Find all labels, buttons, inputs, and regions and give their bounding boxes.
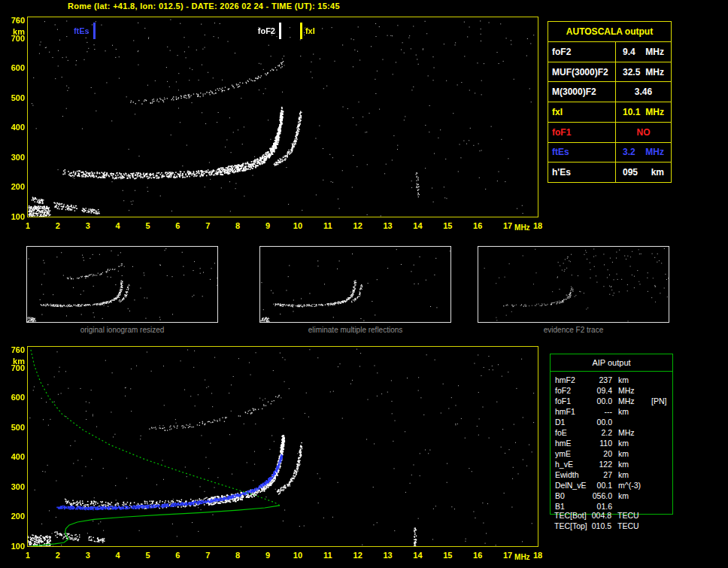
top-plot-x-tick-6: 6 xyxy=(168,220,187,231)
aip-extra xyxy=(648,491,672,501)
aip-value: 27 xyxy=(590,469,612,480)
aip-value: 056.0 xyxy=(590,491,612,501)
panel-eliminate-reflections xyxy=(259,246,451,323)
autoscala-value-number: 3.2 xyxy=(623,147,635,157)
top-plot-y-tick-300: 300 xyxy=(1,152,25,163)
autoscala-row-value: 32.5MHz xyxy=(616,62,671,82)
aip-extra xyxy=(648,480,672,491)
aip-label: Ewidth xyxy=(551,469,590,480)
autoscala-value-unit: MHz xyxy=(645,147,664,157)
aip-output-table: AIP output hmF2237kmfoF209.4MHzfoF100.0M… xyxy=(550,354,673,515)
bottom-plot-x-tick-14: 14 xyxy=(408,550,426,560)
aip-extra xyxy=(648,469,672,480)
aip-value: 00.0 xyxy=(590,417,612,427)
aip-value: 004.8 xyxy=(589,510,611,521)
top-plot-x-tick-11: 11 xyxy=(319,220,337,231)
aip-extra xyxy=(648,448,672,459)
autoscala-row-fxI: fxI10.1MHz xyxy=(548,102,671,122)
aip-row-foF2: foF209.4MHz xyxy=(551,385,672,396)
top-plot-y-tick-500: 500 xyxy=(1,93,25,103)
fxI-marker xyxy=(300,23,302,39)
autoscala-value-unit: MHz xyxy=(645,107,664,117)
aip-label: hmF2 xyxy=(551,375,590,385)
bottom-plot-y-tick-200: 200 xyxy=(1,511,25,521)
top-plot-x-tick-4: 4 xyxy=(109,220,127,231)
autoscala-value-number: 32.5 xyxy=(623,67,640,77)
autoscala-row-MUF(3000)F2: MUF(3000)F232.5MHz xyxy=(548,62,671,82)
bottom-plot-x-tick-1: 1 xyxy=(19,550,37,560)
aip-label: hmF1 xyxy=(551,406,590,417)
top-plot-y-tick-400: 400 xyxy=(1,122,25,132)
top-plot-x-tick-2: 2 xyxy=(49,220,67,231)
aip-unit: km xyxy=(612,438,648,448)
autoscala-value-number: NO xyxy=(637,127,651,138)
aip-row-D1: D100.0 xyxy=(551,417,672,427)
autoscala-row-M(3000)F2: M(3000)F23.46 xyxy=(548,81,671,102)
aip-extra xyxy=(648,510,672,521)
autoscala-row-label: ftEs xyxy=(548,143,616,163)
autoscala-output-table: AUTOSCALA output foF29.4MHzMUF(3000)F232… xyxy=(548,21,672,183)
foF2-marker-label: foF2 xyxy=(244,24,275,38)
top-plot-x-tick-3: 3 xyxy=(79,220,97,231)
autoscala-row-value: 095km xyxy=(616,163,671,182)
bottom-plot-x-tick-10: 10 xyxy=(289,550,307,560)
aip-label: h_vE xyxy=(551,459,590,469)
autoscala-row-label: foF1 xyxy=(548,123,616,142)
aip-value: 09.4 xyxy=(590,385,612,396)
bottom-plot-x-tick-11: 11 xyxy=(319,550,337,560)
aip-extra: [PN] xyxy=(648,396,672,406)
autoscala-row-value: 3.2MHz xyxy=(616,143,671,163)
autoscala-screen: Rome (lat: +41.8, lon: 012.5) - DATE: 20… xyxy=(0,0,728,568)
aip-value: 2.2 xyxy=(590,427,612,438)
ftEs-marker xyxy=(93,23,96,39)
bottom-plot-x-tick-5: 5 xyxy=(139,550,157,560)
bottom-plot-y-tick-500: 500 xyxy=(1,422,25,433)
aip-row-DelN_vE: DelN_vE00.1m^(-3) xyxy=(551,480,672,491)
aip-row-hmE: hmE110km xyxy=(551,438,672,448)
bottom-plot-x-tick-4: 4 xyxy=(109,550,127,560)
bottom-plot-y-tick-300: 300 xyxy=(1,481,25,492)
bottom-plot-x-tick-15: 15 xyxy=(438,550,457,560)
top-plot-x-tick-10: 10 xyxy=(289,220,307,231)
aip-extra xyxy=(648,406,672,417)
aip-value: 010.5 xyxy=(589,521,611,531)
aip-unit: km xyxy=(612,459,648,469)
aip-value: 122 xyxy=(590,459,612,469)
aip-unit: TECU xyxy=(611,521,648,531)
panel-evidence-f2 xyxy=(478,246,669,323)
autoscala-value-unit: MHz xyxy=(645,67,664,77)
autoscala-value-number: 095 xyxy=(623,167,638,178)
top-plot-x-tick-12: 12 xyxy=(349,220,367,231)
top-plot-x-tick-8: 8 xyxy=(229,220,247,231)
aip-row-TEC[Bot]: TEC[Bot]004.8TECU xyxy=(550,510,672,521)
aip-row-TEC[Top]: TEC[Top]010.5TECU xyxy=(550,521,672,531)
autoscala-row-ftEs: ftEs3.2MHz xyxy=(548,142,671,163)
aip-unit: km xyxy=(612,469,648,480)
top-plot-x-tick-9: 9 xyxy=(259,220,277,231)
autoscala-value-unit: MHz xyxy=(645,47,664,57)
top-plot-x-tick-5: 5 xyxy=(139,220,157,231)
panel-original-ionogram xyxy=(26,246,218,323)
aip-value: 00.1 xyxy=(590,480,612,491)
top-plot-x-tick-15: 15 xyxy=(438,220,457,231)
top-plot-y-tick-600: 600 xyxy=(1,62,25,73)
autoscala-value-unit: km xyxy=(651,167,664,178)
aip-extra xyxy=(648,438,672,448)
autoscala-row-label: fxI xyxy=(548,102,616,122)
autoscala-value-number: 3.46 xyxy=(635,87,652,97)
autoscala-table-rows: foF29.4MHzMUF(3000)F232.5MHzM(3000)F23.4… xyxy=(548,41,671,182)
autoscala-row-label: MUF(3000)F2 xyxy=(548,62,616,82)
aip-table-title: AIP output xyxy=(551,354,672,372)
autoscala-row-value: 9.4MHz xyxy=(616,42,671,62)
aip-label: ymE xyxy=(551,448,590,459)
bottom-plot-x-tick-7: 7 xyxy=(199,550,217,560)
top-plot-x-tick-13: 13 xyxy=(379,220,397,231)
bottom-plot-x-tick-16: 16 xyxy=(469,550,487,560)
bottom-plot-x-tick-13: 13 xyxy=(379,550,397,560)
panel-evidence-f2-canvas xyxy=(478,247,669,322)
aip-unit: MHz xyxy=(612,396,648,406)
aip-value: 237 xyxy=(590,375,612,385)
autoscala-row-value: 10.1MHz xyxy=(616,102,671,122)
autoscala-row-label: h'Es xyxy=(548,163,616,182)
autoscala-row-value: 3.46 xyxy=(616,82,671,102)
